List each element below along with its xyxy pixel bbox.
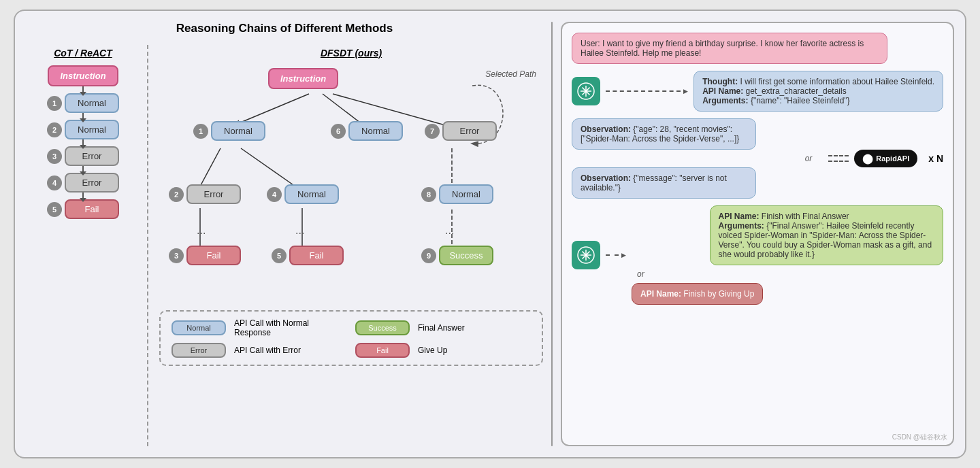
obs-bubble-1: Observation: {"age": 28, "recent movies"…	[572, 118, 756, 150]
observation-row: Observation: {"age": 28, "recent movies"…	[572, 118, 943, 199]
fail-bubble: API Name: Finish by Giving Up	[632, 283, 763, 305]
cot-step-5: 5 Fail	[47, 199, 119, 219]
cot-node-4: Error	[65, 173, 119, 193]
cot-step-1: 1 Normal	[47, 93, 119, 113]
svg-text:...: ...	[295, 224, 304, 236]
obs-col: Observation: {"age": 28, "recent movies"…	[572, 118, 817, 199]
watermark: CSDN @硅谷秋水	[892, 433, 947, 442]
dfsdt-instruction-node: Instruction	[268, 68, 338, 89]
svg-text:...: ...	[197, 224, 206, 236]
gpt-icon-2	[572, 241, 600, 269]
dfsdt-node-8: 8 Normal	[421, 184, 493, 204]
rapid-icon: ⬤	[862, 153, 873, 164]
gpt-icon-1	[572, 77, 600, 105]
success-row: ▶ API Name: Finish with Final Answer Arg…	[572, 205, 943, 305]
rapid-api-label: RapidAPI	[876, 154, 909, 163]
left-panel: Reasoning Chains of Different Methods Co…	[26, 22, 543, 446]
divider	[551, 22, 553, 446]
dfsdt-node-1: 1 Normal	[193, 121, 265, 141]
thought-bubble: Thought: I will first get some informati…	[693, 71, 943, 112]
thought-row: ▶ Thought: I will first get some informa…	[572, 71, 943, 112]
or-label-1: or	[572, 154, 817, 163]
svg-line-3	[200, 148, 220, 186]
arrow-to-api-2	[828, 161, 849, 162]
dfsdt-tree: ... ... ...	[159, 65, 543, 351]
user-bubble: User: I want to give my friend a birthda…	[572, 33, 887, 64]
cot-column: CoT / ReACT Instruction 1 Normal 2 Norma…	[26, 45, 148, 446]
step-circle-3: 3	[47, 149, 62, 164]
dfsdt-column: DFSDT (ours) Selected Path	[148, 45, 543, 446]
cot-step-3: 3 Error	[47, 146, 119, 166]
cot-node-5: Fail	[65, 199, 119, 219]
cot-step-2: 2 Normal	[47, 120, 119, 139]
svg-text:...: ...	[445, 224, 454, 236]
step-circle-4: 4	[47, 176, 62, 190]
cot-step-4: 4 Error	[47, 173, 119, 193]
cot-node-2: Normal	[65, 120, 119, 139]
dfsdt-node-5: 5 Fail	[272, 246, 344, 265]
results-col: API Name: Finish with Final Answer Argum…	[632, 205, 943, 305]
cot-label: CoT / ReACT	[54, 48, 112, 58]
instruction-node-cot: Instruction	[48, 65, 118, 86]
or-label-2: or	[632, 269, 943, 279]
xn-label: x N	[928, 153, 943, 164]
main-title: Reasoning Chains of Different Methods	[26, 22, 543, 35]
step-circle-1: 1	[47, 96, 62, 111]
dfsdt-label: DFSDT (ours)	[321, 48, 382, 58]
right-panel-inner: User: I want to give my friend a birthda…	[561, 22, 954, 446]
arrow-to-api-1	[828, 155, 849, 156]
dfsdt-node-9: 9 Success	[421, 246, 493, 265]
success-bubble: API Name: Finish with Final Answer Argum…	[710, 205, 944, 265]
cot-chain: 1 Normal 2 Normal 3 Error	[47, 86, 119, 219]
svg-line-4	[241, 148, 295, 186]
arrow-to-thought	[606, 90, 681, 92]
cot-node-1: Normal	[65, 93, 119, 113]
step-circle-5: 5	[47, 202, 62, 217]
rapid-api-badge: ⬤ RapidAPI	[854, 150, 917, 167]
obs-bubble-2: Observation: {"message": "server is not …	[572, 167, 756, 199]
dfsdt-node-3: 3 Fail	[169, 246, 241, 265]
cot-node-3: Error	[65, 146, 119, 166]
step-circle-2: 2	[47, 122, 62, 137]
left-content: CoT / ReACT Instruction 1 Normal 2 Norma…	[26, 45, 543, 446]
right-panel: User: I want to give my friend a birthda…	[561, 22, 954, 446]
dfsdt-node-4: 4 Normal	[267, 184, 339, 204]
dfsdt-node-6: 6 Normal	[331, 121, 403, 141]
dfsdt-node-7: 7 Error	[425, 121, 497, 141]
dfsdt-node-2: 2 Error	[169, 184, 241, 204]
tree-svg: ... ... ...	[159, 65, 540, 351]
main-container: Reasoning Chains of Different Methods Co…	[14, 10, 966, 458]
arrow-to-results	[606, 254, 619, 256]
